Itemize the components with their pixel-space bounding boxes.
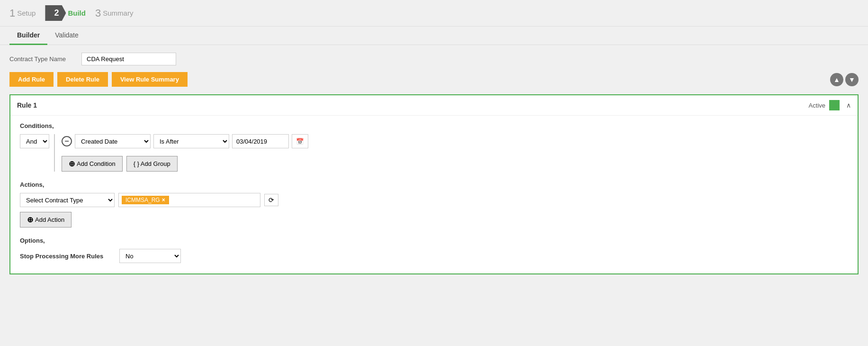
rule-title: Rule 1 (17, 101, 809, 109)
contract-type-name-input[interactable] (81, 53, 176, 65)
condition-field-select[interactable]: Created Date Modified Date Contract Valu… (75, 134, 151, 148)
step3-label: Summary (103, 9, 133, 17)
condition-row-wrapper: − Created Date Modified Date Contract Va… (54, 134, 308, 172)
add-action-button[interactable]: ⊕ Add Action (20, 212, 72, 228)
tab-builder[interactable]: Builder (9, 27, 47, 45)
logic-select[interactable]: And Or (20, 134, 49, 148)
calendar-icon: 📅 (296, 138, 304, 145)
add-group-label: { } Add Group (134, 160, 170, 167)
nav-up-button[interactable]: ▲ (830, 73, 843, 86)
icmmsa-rg-tag: ICMMSA_RG × (122, 196, 169, 204)
remove-condition-button[interactable]: − (62, 136, 72, 146)
condition-value-input[interactable] (232, 134, 289, 148)
add-cond-group-row: ⊕ Add Condition { } Add Group (62, 156, 308, 172)
conditions-label: Conditions, (20, 122, 848, 129)
rule-status: Active ∧ (809, 100, 851, 110)
conditions-area: Conditions, And Or − Created Date (20, 122, 848, 172)
contract-type-name-row: Contract Type Name (9, 53, 859, 65)
add-rule-button[interactable]: Add Rule (9, 72, 54, 87)
tab-validate[interactable]: Validate (47, 27, 86, 45)
tag-refresh-button[interactable]: ⟳ (264, 194, 278, 206)
tag-container: ICMMSA_RG × (118, 193, 260, 207)
add-condition-button[interactable]: ⊕ Add Condition (62, 156, 123, 172)
step1-label: Setup (17, 9, 36, 17)
nav-down-button[interactable]: ▼ (845, 73, 859, 86)
options-label: Options, (20, 237, 848, 244)
stop-processing-label: Stop Processing More Rules (20, 253, 115, 260)
wizard-bar: 1 Setup 2 Build 3 Summary (0, 0, 868, 27)
buttons-row: Add Rule Delete Rule View Rule Summary ▲… (9, 72, 859, 87)
condition-operator-select[interactable]: Is After Is Before Is Equal To Is Not Eq… (153, 134, 229, 148)
tag-value: ICMMSA_RG (125, 197, 160, 203)
wizard-step-3[interactable]: 3 Summary (95, 7, 141, 19)
nav-arrows: ▲ ▼ (830, 73, 859, 86)
conditions-controls: And Or − Created Date Modified Date Cont… (20, 134, 848, 172)
delete-rule-button[interactable]: Delete Rule (57, 72, 108, 87)
view-rule-summary-button[interactable]: View Rule Summary (112, 72, 188, 87)
rule-body: Conditions, And Or − Created Date (10, 116, 858, 273)
tag-close-button[interactable]: × (162, 197, 165, 203)
main-content: Contract Type Name Add Rule Delete Rule … (0, 45, 868, 290)
wizard-step-2[interactable]: 2 Build (45, 5, 93, 21)
add-condition-label: Add Condition (77, 160, 116, 167)
actions-label: Actions, (20, 181, 848, 188)
stop-processing-select[interactable]: No Yes (119, 249, 181, 263)
option-row: Stop Processing More Rules No Yes (20, 249, 848, 263)
tabs-bar: Builder Validate (0, 27, 868, 45)
remove-icon: − (64, 137, 69, 146)
rule-header: Rule 1 Active ∧ (10, 95, 858, 116)
condition-row: − Created Date Modified Date Contract Va… (62, 134, 308, 148)
active-indicator (829, 100, 840, 110)
tag-refresh-icon: ⟳ (268, 196, 274, 204)
wizard-step-1[interactable]: 1 Setup (9, 7, 43, 19)
rule-status-label: Active (809, 102, 825, 109)
action-row: Select Contract Type Option 1 Option 2 I… (20, 193, 848, 207)
collapse-button[interactable]: ∧ (846, 101, 851, 109)
rule-card: Rule 1 Active ∧ Conditions, And Or (9, 94, 859, 274)
step2-num: 2 (45, 5, 66, 21)
add-group-button[interactable]: { } Add Group (126, 156, 178, 172)
contract-type-name-label: Contract Type Name (9, 55, 76, 63)
actions-area: Actions, Select Contract Type Option 1 O… (20, 181, 848, 228)
add-action-plus-icon: ⊕ (27, 215, 33, 224)
step1-num: 1 (9, 7, 15, 19)
add-action-label: Add Action (35, 216, 64, 223)
step3-num: 3 (95, 7, 101, 19)
options-area: Options, Stop Processing More Rules No Y… (20, 237, 848, 263)
step2-label: Build (68, 9, 86, 17)
add-condition-plus-icon: ⊕ (69, 159, 75, 168)
calendar-button[interactable]: 📅 (292, 134, 308, 148)
action-contract-type-select[interactable]: Select Contract Type Option 1 Option 2 (20, 193, 115, 207)
